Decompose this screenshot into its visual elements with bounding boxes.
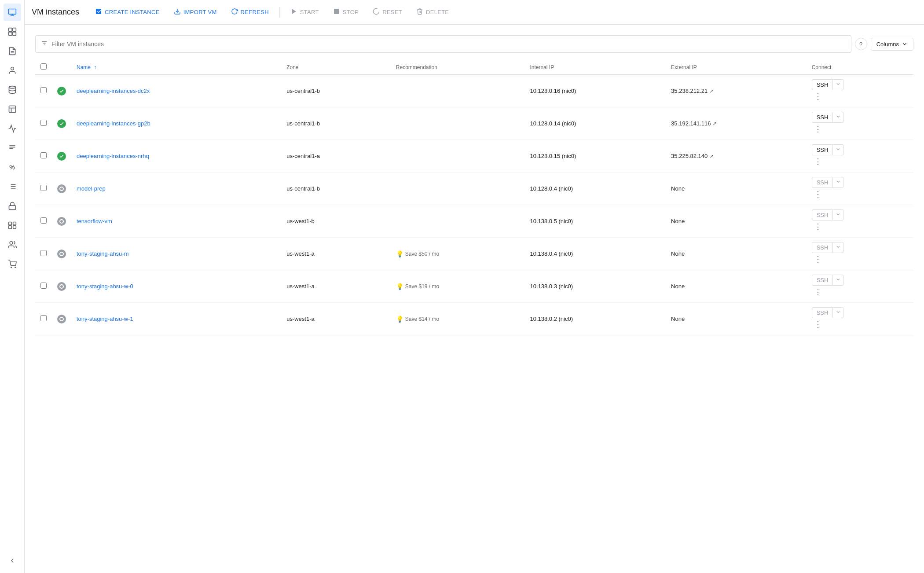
row-internal-ip-cell: 10.138.0.3 (nic0) <box>524 270 666 303</box>
instance-name[interactable]: model-prep <box>77 185 106 192</box>
ssh-wrap: SSH <box>812 275 908 286</box>
create-instance-button[interactable]: CREATE INSTANCE <box>90 5 165 19</box>
ssh-dropdown-icon <box>836 244 841 250</box>
sidebar-item-security[interactable] <box>4 197 21 215</box>
header-name[interactable]: Name ↑ <box>71 60 281 75</box>
external-link-icon[interactable]: ↗ <box>712 121 717 127</box>
sidebar-item-iam[interactable] <box>4 62 21 79</box>
ssh-button[interactable]: SSH <box>812 242 833 253</box>
ssh-dropdown-button[interactable] <box>832 177 844 188</box>
help-icon[interactable]: ? <box>855 38 867 50</box>
ssh-button[interactable]: SSH <box>812 112 833 123</box>
row-checkbox-cell <box>35 270 52 303</box>
row-checkbox[interactable] <box>40 87 47 93</box>
import-vm-icon <box>174 8 181 17</box>
sidebar-item-vm[interactable] <box>4 4 21 21</box>
ssh-dropdown-button[interactable] <box>832 79 844 90</box>
sidebar-item-disks[interactable] <box>4 81 21 99</box>
more-options-button[interactable]: ⋮ <box>812 220 824 233</box>
row-checkbox[interactable] <box>40 250 47 256</box>
more-options-button[interactable]: ⋮ <box>812 155 824 168</box>
row-checkbox[interactable] <box>40 217 47 224</box>
stop-button[interactable]: STOP <box>328 5 364 19</box>
select-all-checkbox[interactable] <box>40 63 47 70</box>
ssh-dropdown-button[interactable] <box>832 209 844 220</box>
external-link-icon[interactable]: ↗ <box>709 153 714 159</box>
recommendation-text: Save $14 / mo <box>405 316 439 322</box>
header-external-ip: External IP <box>666 60 807 75</box>
row-internal-ip: 10.128.0.16 (nic0) <box>530 88 576 94</box>
start-label: START <box>300 9 319 15</box>
sidebar-collapse-button[interactable] <box>4 552 21 569</box>
ssh-dropdown-button[interactable] <box>832 275 844 286</box>
sidebar-item-operations[interactable] <box>4 178 21 195</box>
sidebar-item-metadata[interactable] <box>4 139 21 157</box>
external-link-icon[interactable]: ↗ <box>709 88 714 94</box>
instance-name[interactable]: deeplearning-instances-nrhq <box>77 153 149 159</box>
ssh-button[interactable]: SSH <box>812 79 833 90</box>
row-checkbox-cell <box>35 107 52 140</box>
recommendation-cell: 💡 Save $14 / mo <box>396 316 520 323</box>
refresh-button[interactable]: REFRESH <box>226 5 274 19</box>
sidebar-item-people[interactable] <box>4 236 21 253</box>
bulb-icon: 💡 <box>396 316 403 323</box>
ssh-dropdown-button[interactable] <box>832 307 844 318</box>
instance-name[interactable]: deeplearning-instances-dc2x <box>77 88 150 94</box>
instance-name[interactable]: tony-staging-ahsu-w-0 <box>77 283 133 290</box>
row-checkbox[interactable] <box>40 283 47 289</box>
ssh-button[interactable]: SSH <box>812 307 833 318</box>
row-checkbox[interactable] <box>40 315 47 321</box>
more-options-button[interactable]: ⋮ <box>812 90 824 103</box>
import-vm-button[interactable]: IMPORT VM <box>169 5 222 19</box>
sidebar: % <box>0 0 25 573</box>
columns-button[interactable]: Columns <box>871 38 913 51</box>
ssh-dropdown-icon <box>836 147 841 152</box>
start-button[interactable]: START <box>285 5 324 19</box>
ssh-button[interactable]: SSH <box>812 209 833 220</box>
row-checkbox[interactable] <box>40 185 47 191</box>
ssh-dropdown-button[interactable] <box>832 112 844 123</box>
more-options-button[interactable]: ⋮ <box>812 318 824 331</box>
ssh-button[interactable]: SSH <box>812 275 833 286</box>
filter-input[interactable] <box>51 40 846 48</box>
svg-rect-21 <box>9 206 15 209</box>
more-options-button[interactable]: ⋮ <box>812 188 824 200</box>
ssh-wrap: SSH <box>812 177 908 188</box>
instances-table-wrap: Name ↑ Zone Recommendation Internal IP E… <box>35 60 913 335</box>
filter-icon <box>41 40 48 48</box>
row-zone-cell: us-west1-b <box>281 205 391 238</box>
sidebar-item-committed-use[interactable]: % <box>4 158 21 176</box>
sidebar-item-monitoring[interactable] <box>4 120 21 137</box>
row-recommendation-cell: 💡 Save $19 / mo <box>391 270 525 303</box>
more-options-button[interactable]: ⋮ <box>812 123 824 135</box>
ssh-dropdown-button[interactable] <box>832 144 844 155</box>
more-options-button[interactable]: ⋮ <box>812 253 824 265</box>
refresh-label: REFRESH <box>241 9 269 15</box>
create-instance-icon <box>95 8 102 17</box>
delete-button[interactable]: DELETE <box>411 5 454 19</box>
instance-name[interactable]: tony-staging-ahsu-w-1 <box>77 316 133 322</box>
ssh-button[interactable]: SSH <box>812 144 833 155</box>
row-zone: us-central1-b <box>286 120 320 127</box>
row-recommendation-cell <box>391 107 525 140</box>
bulb-icon: 💡 <box>396 250 403 257</box>
reset-button[interactable]: RESET <box>367 5 407 19</box>
ssh-dropdown-button[interactable] <box>832 242 844 253</box>
more-options-button[interactable]: ⋮ <box>812 286 824 298</box>
row-connect-cell: SSH ⋮ <box>807 205 913 238</box>
instance-name[interactable]: tensorflow-vm <box>77 218 112 224</box>
instance-name[interactable]: deeplearning-instances-gp2b <box>77 120 150 127</box>
instance-name[interactable]: tony-staging-ahsu-m <box>77 250 129 257</box>
sidebar-item-marketplace[interactable] <box>4 217 21 234</box>
row-name-cell: tony-staging-ahsu-m <box>71 238 281 270</box>
sidebar-item-snapshots[interactable] <box>4 100 21 118</box>
row-connect-cell: SSH ⋮ <box>807 75 913 107</box>
row-name-cell: model-prep <box>71 173 281 205</box>
ssh-button[interactable]: SSH <box>812 177 833 188</box>
sidebar-item-billing[interactable] <box>4 255 21 273</box>
row-connect-cell: SSH ⋮ <box>807 238 913 270</box>
sidebar-item-docs[interactable] <box>4 42 21 60</box>
row-checkbox[interactable] <box>40 152 47 158</box>
sidebar-item-instance-groups[interactable] <box>4 23 21 40</box>
row-checkbox[interactable] <box>40 120 47 126</box>
